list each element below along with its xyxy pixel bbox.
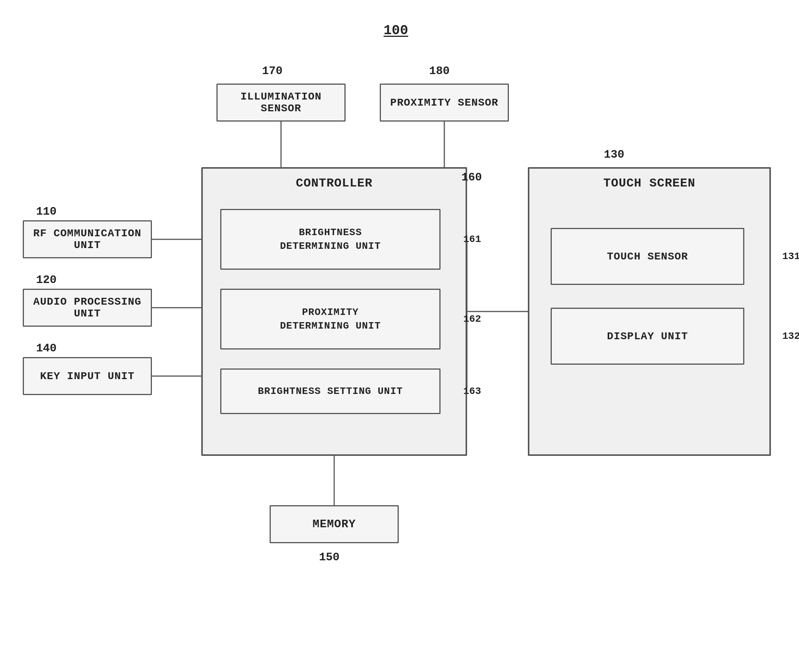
rf-comm-block: RF COMMUNICATION UNIT bbox=[23, 220, 152, 258]
touch-sensor-block: TOUCH SENSOR bbox=[551, 228, 744, 285]
display-unit-id: 132 bbox=[782, 331, 799, 342]
rf-comm-id: 110 bbox=[36, 205, 57, 218]
proximity-det-block: PROXIMITYDETERMINING UNIT bbox=[220, 289, 441, 349]
controller-label: CONTROLLER bbox=[296, 176, 372, 190]
display-unit-block: DISPLAY UNIT bbox=[551, 308, 744, 365]
proximity-sensor-block: PROXIMITY SENSOR bbox=[380, 83, 509, 122]
key-input-block: KEY INPUT UNIT bbox=[23, 357, 152, 395]
illumination-sensor-label: ILLUMINATION SENSOR bbox=[217, 91, 344, 114]
touch-screen-id: 130 bbox=[604, 148, 624, 161]
key-input-id: 140 bbox=[36, 342, 57, 355]
diagram-container: 100 ILLUMINATION SENSOR 170 PROXIMITY SE… bbox=[0, 0, 799, 672]
memory-id: 150 bbox=[319, 551, 339, 564]
audio-proc-block: AUDIO PROCESSING UNIT bbox=[23, 289, 152, 327]
brightness-det-label: BRIGHTNESSDETERMINING UNIT bbox=[280, 226, 381, 253]
brightness-set-label: BRIGHTNESS SETTING UNIT bbox=[258, 386, 403, 397]
rf-comm-label: RF COMMUNICATION UNIT bbox=[24, 227, 151, 251]
proximity-det-label: PROXIMITYDETERMINING UNIT bbox=[280, 306, 381, 333]
memory-label: MEMORY bbox=[313, 518, 356, 531]
controller-id: 160 bbox=[462, 171, 482, 184]
brightness-set-block: BRIGHTNESS SETTING UNIT bbox=[220, 368, 441, 414]
illumination-id: 170 bbox=[262, 65, 283, 77]
diagram-title: 100 bbox=[384, 23, 408, 38]
brightness-det-id: 161 bbox=[463, 234, 481, 245]
audio-proc-id: 120 bbox=[36, 274, 57, 286]
brightness-det-block: BRIGHTNESSDETERMINING UNIT bbox=[220, 209, 441, 270]
key-input-label: KEY INPUT UNIT bbox=[40, 370, 134, 382]
brightness-set-id: 163 bbox=[463, 386, 481, 397]
illumination-sensor-block: ILLUMINATION SENSOR bbox=[216, 83, 345, 122]
proximity-sensor-id: 180 bbox=[429, 65, 450, 77]
proximity-det-id: 162 bbox=[463, 314, 481, 325]
audio-proc-label: AUDIO PROCESSING UNIT bbox=[24, 296, 151, 320]
touch-sensor-id: 131 bbox=[782, 251, 799, 262]
touch-sensor-label: TOUCH SENSOR bbox=[607, 251, 688, 262]
memory-block: MEMORY bbox=[270, 505, 399, 543]
display-unit-label: DISPLAY UNIT bbox=[607, 331, 688, 342]
touch-screen-label: TOUCH SCREEN bbox=[603, 176, 695, 190]
proximity-sensor-label: PROXIMITY SENSOR bbox=[390, 97, 499, 109]
